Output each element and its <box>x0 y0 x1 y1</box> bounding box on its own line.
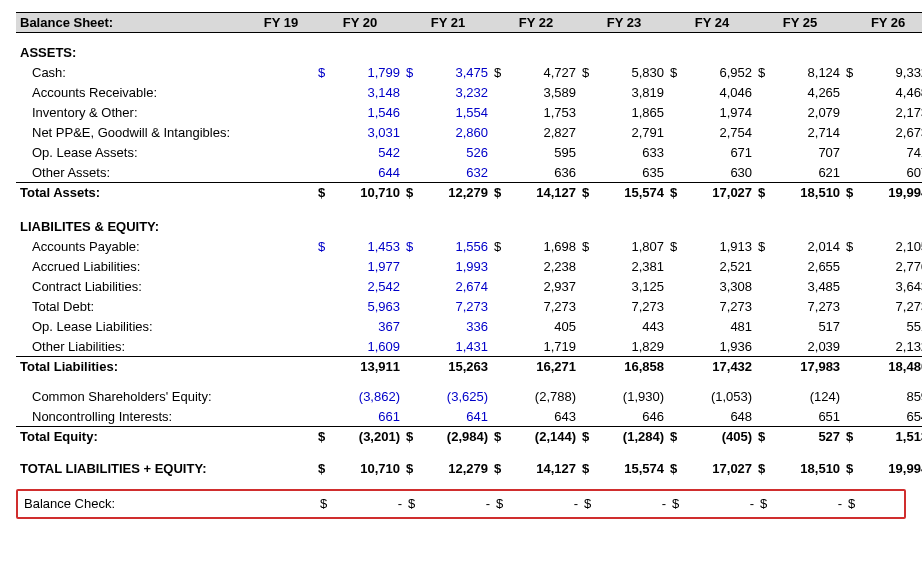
asset-row: Cash:$1,799$3,475$4,727$5,830$6,952$8,12… <box>16 63 922 83</box>
cell-value: 15,574 <box>598 183 668 203</box>
cell-value: 17,027 <box>686 183 756 203</box>
currency-symbol: $ <box>844 459 862 479</box>
cell-value: 527 <box>774 427 844 447</box>
liability-row: Contract Liabilities:2,5422,6742,9373,12… <box>16 277 922 297</box>
cell-value: 3,819 <box>598 83 668 103</box>
cell-value: 526 <box>422 143 492 163</box>
cell-value: 2,014 <box>774 237 844 257</box>
currency-symbol <box>844 337 862 357</box>
cell-value: 16,271 <box>510 357 580 377</box>
cell-value: 19,994 <box>862 183 922 203</box>
row-label: Total Debt: <box>16 297 246 317</box>
cell-value: 2,754 <box>686 123 756 143</box>
row-label: Noncontrolling Interests: <box>16 407 246 427</box>
currency-symbol <box>316 257 334 277</box>
currency-symbol <box>580 357 598 377</box>
asset-row: Accounts Receivable:3,1483,2323,5893,819… <box>16 83 922 103</box>
cell-value: 14,127 <box>510 183 580 203</box>
currency-symbol <box>668 143 686 163</box>
currency-symbol: $ <box>756 459 774 479</box>
liability-row: Op. Lease Liabilities:367336405443481517… <box>16 317 922 337</box>
cell-value: 1,974 <box>686 103 756 123</box>
balance-sheet-table: Balance Sheet: FY 19 FY 20 FY 21 FY 22 F… <box>16 12 922 479</box>
currency-symbol <box>316 407 334 427</box>
cell-value: 1,829 <box>598 337 668 357</box>
cell-value: 7,273 <box>774 297 844 317</box>
total-liabilities-row: Total Liabilities: 13,91115,26316,27116,… <box>16 357 922 377</box>
currency-symbol: $ <box>668 427 686 447</box>
cell-value: 1,865 <box>598 103 668 123</box>
cell-value: 7,273 <box>598 297 668 317</box>
currency-symbol <box>580 407 598 427</box>
currency-symbol <box>580 277 598 297</box>
currency-symbol <box>668 357 686 377</box>
cell-value: 18,510 <box>774 183 844 203</box>
currency-symbol <box>316 143 334 163</box>
cell-value: 1,913 <box>686 237 756 257</box>
currency-symbol: $ <box>844 183 862 203</box>
currency-symbol <box>668 317 686 337</box>
cell-value: 1,554 <box>422 103 492 123</box>
currency-symbol: $ <box>404 427 422 447</box>
currency-symbol <box>668 297 686 317</box>
cell-value: 707 <box>774 143 844 163</box>
currency-symbol <box>404 277 422 297</box>
row-label: Other Liabilities: <box>16 337 246 357</box>
cell-value: 4,468 <box>862 83 922 103</box>
col-fy23: FY 23 <box>580 13 668 33</box>
cell-value: 654 <box>862 407 922 427</box>
currency-symbol: $ <box>404 183 422 203</box>
cell-value: 17,432 <box>686 357 756 377</box>
header-row: Balance Sheet: FY 19 FY 20 FY 21 FY 22 F… <box>16 13 922 33</box>
currency-symbol <box>492 257 510 277</box>
cell-value: (1,284) <box>598 427 668 447</box>
currency-symbol: $ <box>844 237 862 257</box>
currency-symbol: $ <box>492 63 510 83</box>
currency-symbol <box>756 317 774 337</box>
cell-value: 10,710 <box>334 183 404 203</box>
cell-value: 481 <box>686 317 756 337</box>
currency-symbol: $ <box>316 237 334 257</box>
cell-value: 443 <box>598 317 668 337</box>
total-equity-row: Total Equity: $(3,201)$(2,984)$(2,144)$(… <box>16 427 922 447</box>
currency-symbol <box>668 277 686 297</box>
cell-value: 542 <box>334 143 404 163</box>
cell-value: 636 <box>510 163 580 183</box>
cell-value: 859 <box>862 387 922 407</box>
cell-value: - <box>600 493 670 515</box>
currency-symbol: $ <box>492 183 510 203</box>
cell-value: 621 <box>774 163 844 183</box>
asset-row: Net PP&E, Goodwill & Intangibles:3,0312,… <box>16 123 922 143</box>
cell-value: 1,556 <box>422 237 492 257</box>
currency-symbol <box>404 163 422 183</box>
currency-symbol <box>668 83 686 103</box>
cell-value: 551 <box>862 317 922 337</box>
cell-value: 2,827 <box>510 123 580 143</box>
cell-value: 16,858 <box>598 357 668 377</box>
cell-value: 3,475 <box>422 63 492 83</box>
currency-symbol <box>492 387 510 407</box>
liability-row: Other Liabilities:1,6091,4311,7191,8291,… <box>16 337 922 357</box>
currency-symbol: $ <box>492 427 510 447</box>
cell-value: 1,719 <box>510 337 580 357</box>
liab-equity-section-title: LIABILITES & EQUITY: <box>16 217 922 237</box>
currency-symbol <box>492 317 510 337</box>
currency-symbol <box>844 407 862 427</box>
currency-symbol <box>316 103 334 123</box>
cell-value: 641 <box>422 407 492 427</box>
liability-row: Accrued Liabilities:1,9771,9932,2382,381… <box>16 257 922 277</box>
currency-symbol <box>404 337 422 357</box>
currency-symbol <box>668 257 686 277</box>
cell-value: 4,046 <box>686 83 756 103</box>
currency-symbol: $ <box>756 237 774 257</box>
currency-symbol <box>404 407 422 427</box>
currency-symbol <box>492 123 510 143</box>
cell-value: (2,144) <box>510 427 580 447</box>
balance-check-row: Balance Check: $-$-$-$-$-$-$- <box>18 493 922 515</box>
page-title: Balance Sheet: <box>16 13 246 33</box>
cell-value: (3,625) <box>422 387 492 407</box>
col-fy22: FY 22 <box>492 13 580 33</box>
cell-value: 2,673 <box>862 123 922 143</box>
cell-value: 9,332 <box>862 63 922 83</box>
cell-value: 1,936 <box>686 337 756 357</box>
